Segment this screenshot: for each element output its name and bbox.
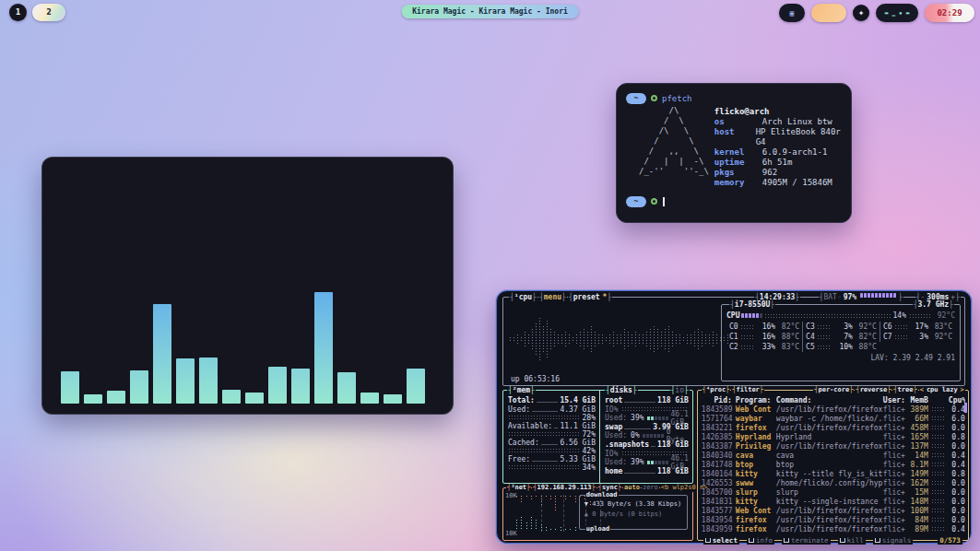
cpu-core-row: C47%82°C xyxy=(802,332,880,342)
process-row[interactable]: 1843954firefox/usr/lib/firefox/firefoxfl… xyxy=(702,515,965,524)
process-row[interactable]: 1426553swww/home/flicko/.config/hyprflic… xyxy=(702,478,965,487)
menu-button[interactable]: menu xyxy=(538,293,567,301)
tray-icon: ▁ xyxy=(891,10,895,16)
active-window-title: Kirara Magic - Kirara Magic - Inori xyxy=(401,5,579,18)
cpu-core-row: C116%88°C xyxy=(726,332,802,342)
process-row[interactable]: 1841748btopbtopflic+8.1M0.4 xyxy=(702,460,965,469)
uptime-readout: up 06:53:16 xyxy=(511,375,560,383)
visualizer-bar xyxy=(222,390,241,404)
meter-block xyxy=(741,313,744,318)
signals-button[interactable]: signals xyxy=(873,536,914,545)
visualizer-bar xyxy=(291,369,310,404)
proc-header-row[interactable]: Pid: Program: Command: User: MemB Cpu% xyxy=(702,395,965,404)
input-line[interactable]: ~ xyxy=(626,195,842,207)
battery-status: BAT ◦ 97% xyxy=(819,293,903,301)
system-tray[interactable]: ▬▁▪▬ xyxy=(876,4,918,22)
net-box-title: ³net xyxy=(506,484,531,492)
process-row[interactable]: 1843577Web Cont/usr/lib/firefox/firefoxf… xyxy=(702,506,965,515)
process-row[interactable]: 1843959firefox/usr/lib/firefox/firefoxfl… xyxy=(702,524,965,533)
cpu-box: ¹cpu menu preset* 14:29:33 BAT ◦ 97% - 3… xyxy=(502,297,965,386)
process-row[interactable]: 1845700slurpslurpflic+15M0.0 xyxy=(702,487,965,497)
terminal-window: ~ pfetch /\ / \ /\ \ / \ / ,, \ / | | -\… xyxy=(616,83,852,223)
process-row[interactable]: 1840340cavacavaflic+14M0.4 xyxy=(702,451,965,460)
meter-block xyxy=(756,313,759,318)
process-count: 0/573 xyxy=(938,536,962,545)
tray-icon: ▬ xyxy=(906,10,910,16)
meter-block xyxy=(868,293,870,298)
disks-column: root118 GiBIO%Used:39%46.1 GiBswap3.99 G… xyxy=(599,391,692,483)
process-row[interactable]: 1426385HyprlandHyprlandflic+165M0.8 xyxy=(702,432,965,441)
process-row[interactable]: 1841831kittykitty --single-instanceflic+… xyxy=(702,497,965,506)
process-row[interactable]: 1843387Privileg/usr/lib/firefox/firefoxf… xyxy=(702,441,965,451)
mem-meter: 28% xyxy=(508,414,596,421)
disk-name-row: root118 GiB xyxy=(605,395,689,404)
reverse-toggle[interactable]: reverse xyxy=(855,386,891,394)
disks-box-title: disks xyxy=(605,386,638,394)
select-button[interactable]: select xyxy=(703,536,739,545)
tray-icon: ▬ xyxy=(885,10,889,16)
net-zero-toggle[interactable]: zero xyxy=(642,484,659,492)
cpu-model: i7-8550U xyxy=(729,300,775,309)
meter-block xyxy=(745,313,748,318)
net-auto-toggle[interactable]: auto xyxy=(623,484,641,492)
visualizer-bar xyxy=(199,358,218,404)
cpu-core-row: C016%82°C xyxy=(726,322,802,332)
mem-stat-row: Available:11.1 GiB xyxy=(508,421,596,430)
tree-toggle[interactable]: tree xyxy=(892,386,917,394)
mem-box-title: ²mem xyxy=(507,386,536,394)
workspace-button-1[interactable]: 1 xyxy=(9,4,27,21)
filter-button[interactable]: filter xyxy=(731,386,764,394)
visualizer-bar xyxy=(176,358,195,404)
meter-block xyxy=(871,293,874,298)
download-label: download xyxy=(585,491,619,499)
meter-block xyxy=(879,293,881,298)
cpu-usage-graph xyxy=(509,312,732,366)
disk-name-row: home118 GiB xyxy=(605,466,689,475)
meter-block xyxy=(890,293,892,298)
cpu-frequency: 3.7 GHz xyxy=(913,300,954,309)
per-core-toggle[interactable]: per-core xyxy=(813,386,854,394)
screenshot-button[interactable]: ▣ xyxy=(779,4,805,22)
cpu-cores-grid: C016%82°CC33%92°CC617%83°CC116%88°CC47%8… xyxy=(726,322,955,352)
proc-scrollbar[interactable] xyxy=(964,403,967,413)
pfetch-info-row: osArch Linux btw xyxy=(714,117,842,127)
process-row[interactable]: 1571764waybarwaybar -c /home/flicko/.cfl… xyxy=(702,414,965,423)
terminate-button[interactable]: terminate xyxy=(782,536,831,545)
prompt-directory-pill: ~ xyxy=(626,93,646,104)
process-row[interactable]: 1843221firefox/usr/lib/firefox/firefoxfl… xyxy=(702,423,965,432)
visualizer-bar xyxy=(61,371,79,404)
pfetch-info-row: uptime6h 51m xyxy=(714,158,842,168)
cava-bars xyxy=(61,182,434,404)
cpu-core-row: C33%92°C xyxy=(802,322,880,332)
io-toggle[interactable]: io xyxy=(670,386,690,394)
meter-block xyxy=(749,313,751,318)
mem-disks-box: ²mem disks io Total:15.4 GiBUsed:4.37 Gi… xyxy=(502,390,693,484)
power-button[interactable]: ✦ xyxy=(853,5,869,21)
info-button[interactable]: info xyxy=(747,536,774,545)
proc-box: ⁴proc filter per-core reverse tree <cpu … xyxy=(697,390,969,541)
sort-selector[interactable]: <cpu lazy> xyxy=(919,386,965,394)
clock-widget[interactable]: 02:29 xyxy=(925,4,974,22)
meter-block xyxy=(886,293,889,298)
kill-button[interactable]: kill xyxy=(838,536,866,545)
workspace-switcher: 12 xyxy=(9,4,65,21)
mem-meter: 72% xyxy=(508,430,596,438)
visualizer-bar xyxy=(84,394,102,404)
visualizer-bar xyxy=(384,394,402,404)
meter-block xyxy=(760,313,762,318)
text-cursor xyxy=(663,197,665,206)
preset-button[interactable]: preset* xyxy=(568,293,612,301)
process-row[interactable]: 1840164kittykitty --title fly_is_kittfli… xyxy=(702,469,965,478)
pfetch-info-row: kernel6.0.9-arch1-1 xyxy=(714,147,842,158)
visualizer-bar xyxy=(268,367,287,404)
process-list: 1843589Web Cont/usr/lib/firefox/firefoxf… xyxy=(702,404,965,533)
process-row[interactable]: 1843589Web Cont/usr/lib/firefox/firefoxf… xyxy=(702,404,965,414)
upload-speed: ▲ 0 Byte/s (0 bitps) xyxy=(584,510,683,521)
cpu-total-meter xyxy=(741,313,762,318)
brightness-pill[interactable] xyxy=(811,4,846,22)
screenshot-icon: ▣ xyxy=(790,9,795,18)
top-bar: 12 Kirara Magic - Kirara Magic - Inori ▣… xyxy=(0,0,980,26)
visualizer-bar xyxy=(407,369,425,404)
tray-icon: ▪ xyxy=(899,10,903,16)
workspace-button-2[interactable]: 2 xyxy=(32,4,65,21)
